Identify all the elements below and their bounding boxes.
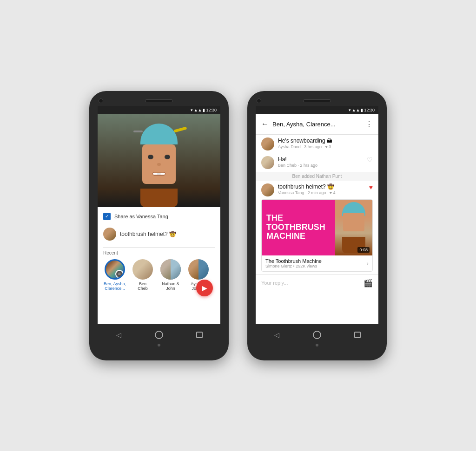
system-message: Ben added Nathan Punt: [256, 172, 378, 181]
recent-avatar-3: [160, 259, 181, 280]
recent-name-1: Ben, Aysha,Clarence...: [104, 281, 126, 292]
msg-body-2: Ha! Ben Cheb · 2 hrs ago ♡: [278, 156, 373, 168]
phones-container: ▾ ▲▲ ▮ 12:30: [89, 91, 387, 360]
recent-item-3[interactable]: Nathan &John: [159, 259, 182, 292]
phone1-camera: [99, 98, 103, 103]
message-aysha-snowboard: He's snowboarding 🏔 Aysha Dand · 3 hrs a…: [256, 135, 378, 153]
chat-header: ← Ben, Aysha, Clarence... ⋮: [256, 114, 378, 135]
video-chevron-icon: ›: [366, 260, 369, 267]
chat-title: Ben, Aysha, Clarence...: [272, 121, 362, 128]
message-ben-ha: Ha! Ben Cheb · 2 hrs ago ♡: [256, 153, 378, 172]
phone2-recent-nav-icon[interactable]: [352, 330, 363, 340]
msg-body-3: toothbrush helmet? 🤠 Vanessa Tang · 2 mi…: [278, 183, 373, 195]
video-info-row: The Toothbrush Machine Simone Giertz • 2…: [262, 255, 372, 271]
msg-meta-1: Aysha Dand · 3 hrs ago · ♥ 3: [278, 144, 373, 149]
recent-avatar-4: [188, 259, 209, 280]
phone2-nav-bar: ◁: [247, 324, 387, 342]
phone2-signal-icon: ▲▲: [352, 108, 360, 112]
recent-avatar-1: 8: [105, 259, 125, 280]
phone-2: ▾ ▲▲ ▮ 12:30 ← Ben, Aysha, Clarence... ⋮: [247, 91, 387, 360]
recent-name-2: BenCheb: [138, 281, 148, 292]
video-thumbnail: THE TOOTHBRUSH MACHINE: [262, 200, 372, 255]
phone1-dot: [158, 344, 160, 346]
video-sub-label: Simone Giertz • 292K views: [265, 264, 322, 268]
video-overlay-title: THE TOOTHBRUSH MACHINE: [266, 214, 325, 241]
video-card[interactable]: THE TOOTHBRUSH MACHINE: [261, 199, 373, 272]
battery-icon: ▮: [203, 108, 205, 112]
phone2-back-nav-icon[interactable]: ◁: [271, 330, 282, 340]
send-button[interactable]: ▶: [196, 280, 213, 296]
like-icon-3[interactable]: ♥: [369, 183, 373, 191]
phone1-top-bar: [89, 96, 229, 106]
message-input[interactable]: toothbrush helmet? 🤠: [120, 231, 176, 237]
recent-label: Recent: [103, 250, 215, 255]
phone2-screen: ▾ ▲▲ ▮ 12:30 ← Ben, Aysha, Clarence... ⋮: [256, 106, 378, 324]
msg-text-2: Ha!: [278, 156, 317, 163]
phone2-top-bar: [247, 96, 387, 106]
video-duration: 0:08: [357, 247, 370, 253]
phone2-wifi-icon: ▾: [349, 108, 351, 112]
recent-item-2[interactable]: BenCheb: [131, 259, 154, 292]
recent-item-1[interactable]: 8 Ben, Aysha,Clarence...: [103, 259, 126, 292]
share-label: Share as Vanessa Tang: [114, 214, 168, 219]
back-nav-icon[interactable]: ◁: [113, 330, 124, 340]
msg-meta-2: Ben Cheb · 2 hrs ago: [278, 163, 317, 168]
recent-nav-icon[interactable]: [194, 330, 205, 340]
signal-icon: ▲▲: [194, 108, 202, 112]
phone2-time: 12:30: [364, 108, 375, 112]
like-icon-2[interactable]: ♡: [367, 156, 373, 163]
message-input-row: toothbrush helmet? 🤠: [103, 225, 215, 243]
phone2-home-nav-icon[interactable]: [312, 330, 322, 340]
wifi-icon: ▾: [191, 108, 193, 112]
phone2-dot: [316, 344, 318, 346]
reply-input[interactable]: Your reply...: [261, 280, 364, 286]
phone1-status-icons: ▾ ▲▲ ▮ 12:30: [191, 108, 217, 112]
chat-messages: He's snowboarding 🏔 Aysha Dand · 3 hrs a…: [256, 135, 378, 275]
divider-1: [103, 247, 215, 248]
video-info-text: The Toothbrush Machine Simone Giertz • 2…: [265, 258, 322, 268]
video-title-line1: THE: [266, 214, 325, 223]
phone1-video-preview: |||||||: [98, 114, 220, 207]
phone1-status-bar: ▾ ▲▲ ▮ 12:30: [98, 106, 220, 114]
phone1-nav-bar: ◁: [89, 324, 229, 342]
video-title-line2: TOOTHBRUSH: [266, 223, 325, 232]
ben-avatar: [261, 156, 274, 169]
reply-media-icon[interactable]: 🎬: [364, 279, 373, 288]
phone2-camera: [257, 98, 261, 103]
phone-1: ▾ ▲▲ ▮ 12:30: [89, 91, 229, 360]
phone2-status-icons: ▾ ▲▲ ▮ 12:30: [349, 108, 375, 112]
recent-avatar-2: [132, 259, 153, 280]
reply-bar: Your reply... 🎬: [256, 275, 378, 291]
video-title-line3: MACHINE: [266, 232, 325, 241]
more-options-icon[interactable]: ⋮: [365, 120, 373, 129]
phone2-battery-icon: ▮: [361, 108, 363, 112]
phone1-time: 12:30: [206, 108, 217, 112]
aysha-avatar: [261, 137, 274, 150]
share-checkbox[interactable]: ✓: [103, 213, 111, 220]
phone1-speaker: [145, 99, 173, 102]
phone2-speaker: [303, 99, 331, 102]
vanessa-avatar: [261, 183, 274, 196]
video-title-label: The Toothbrush Machine: [265, 258, 322, 264]
chat-back-button[interactable]: ←: [261, 120, 269, 128]
msg-text-3: toothbrush helmet? 🤠: [278, 183, 336, 190]
home-nav-icon[interactable]: [154, 330, 164, 340]
msg-meta-3: Vanessa Tang · 2 min ago · ♥ 4: [278, 190, 336, 195]
sender-avatar: [103, 228, 116, 241]
share-checkbox-row[interactable]: ✓ Share as Vanessa Tang: [103, 213, 215, 220]
recent-badge-1: 8: [115, 270, 124, 278]
msg-text-1: He's snowboarding 🏔: [278, 137, 373, 144]
phone2-status-bar: ▾ ▲▲ ▮ 12:30: [256, 106, 378, 114]
msg-body-1: He's snowboarding 🏔 Aysha Dand · 3 hrs a…: [278, 137, 373, 149]
phone1-screen: ▾ ▲▲ ▮ 12:30: [98, 106, 220, 324]
message-vanessa-helmet: toothbrush helmet? 🤠 Vanessa Tang · 2 mi…: [256, 181, 378, 199]
recent-name-3: Nathan &John: [162, 281, 179, 292]
send-icon: ▶: [202, 284, 207, 292]
